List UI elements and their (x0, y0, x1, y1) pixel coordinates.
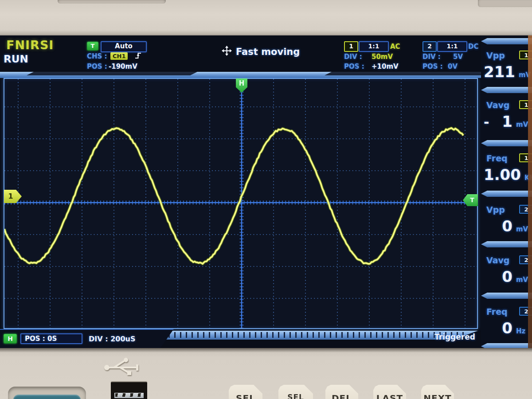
measurement-vpp-ch1: Vpp 1 211mV (481, 46, 532, 86)
screen-recess-shadow (0, 348, 532, 352)
sidebar-ridge (481, 241, 532, 247)
trigger-status-text: Triggered (434, 332, 475, 341)
ch1-div-value: 50mV (372, 53, 393, 61)
measurement-freq-ch2: Freq 2 0Hz (481, 302, 532, 342)
move-icon (222, 46, 232, 58)
rising-edge-icon (134, 51, 142, 62)
ch2-atten-box[interactable]: 1:1 (437, 41, 467, 52)
device-body-top (0, 0, 532, 35)
timebase-panel: H POS : 0S DIV : 200uS (0, 329, 174, 348)
ch2-pos-label: POS : (422, 63, 443, 70)
ch1-pos-label: POS : (344, 63, 364, 70)
power-button[interactable] (13, 395, 81, 399)
trigger-pos-label: POS : (87, 63, 107, 70)
sidebar-ridge (481, 140, 532, 146)
lcd-screen: FNIRSI RUN T Auto CHS : CH1 POS : -190mV… (0, 35, 532, 348)
power-button-recess (8, 387, 86, 399)
usb-icon (100, 352, 144, 381)
run-state-label: RUN (4, 53, 28, 65)
ch2-coupling: DC (468, 43, 478, 51)
status-toast: Fast moving (222, 46, 300, 58)
oscilloscope-photo: FNIRSI RUN T Auto CHS : CH1 POS : -190mV… (0, 0, 532, 399)
measurement-vavg-ch1: Vavg 1 -1mV (481, 96, 532, 136)
brand-logo: FNIRSI (6, 38, 54, 52)
vent-slot (58, 0, 166, 4)
trigger-mode-box[interactable]: Auto (101, 41, 147, 52)
ch1-div-label: DIV : (344, 53, 362, 61)
sidebar-ridge (481, 38, 532, 44)
sidebar-ridge (481, 343, 532, 348)
timebase-pos-box[interactable]: POS : 0S (20, 333, 82, 344)
top-ridge-bar (0, 72, 481, 78)
ch2-pos-value: 0V (448, 63, 458, 70)
photo-edge-glow (528, 35, 532, 348)
measurement-vpp-ch2: Vpp 2 0mV (481, 200, 532, 240)
trigger-pos-value: -190mV (109, 63, 137, 70)
vent-slot (478, 0, 532, 7)
sidebar-ridge (481, 191, 532, 197)
trigger-badge: T (87, 42, 98, 51)
sidebar-ridge (481, 293, 532, 299)
active-channel-chip[interactable]: CH1 (110, 52, 128, 60)
timebase-ruler (131, 331, 478, 340)
ch2-badge[interactable]: 2 (422, 41, 437, 52)
measurement-sidebar: Vpp 1 211mV Vavg 1 -1mV Freq 1 1.00KHz V… (481, 35, 532, 348)
ch1-pos-value: +10mV (372, 63, 399, 70)
ch2-div-label: DIV : (422, 53, 441, 61)
waveform-grid-svg (4, 79, 477, 328)
ch2-div-value: 5V (453, 53, 463, 61)
timebase-div-text: DIV : 200uS (89, 335, 135, 343)
ch1-badge[interactable]: 1 (344, 41, 358, 52)
sidebar-ridge (481, 87, 532, 93)
status-toast-text: Fast moving (236, 47, 300, 57)
ch1-atten-box[interactable]: 1:1 (359, 41, 389, 52)
chs-label: CHS : (87, 52, 107, 60)
measurement-freq-ch1: Freq 1 1.00KHz (481, 149, 532, 189)
measurement-vavg-ch2: Vavg 2 0mV (481, 251, 532, 291)
ch1-coupling: AC (390, 43, 400, 51)
usb-port (111, 381, 147, 399)
usb-port-contacts (114, 393, 144, 398)
waveform-display (4, 78, 478, 329)
h-badge: H (4, 334, 17, 344)
